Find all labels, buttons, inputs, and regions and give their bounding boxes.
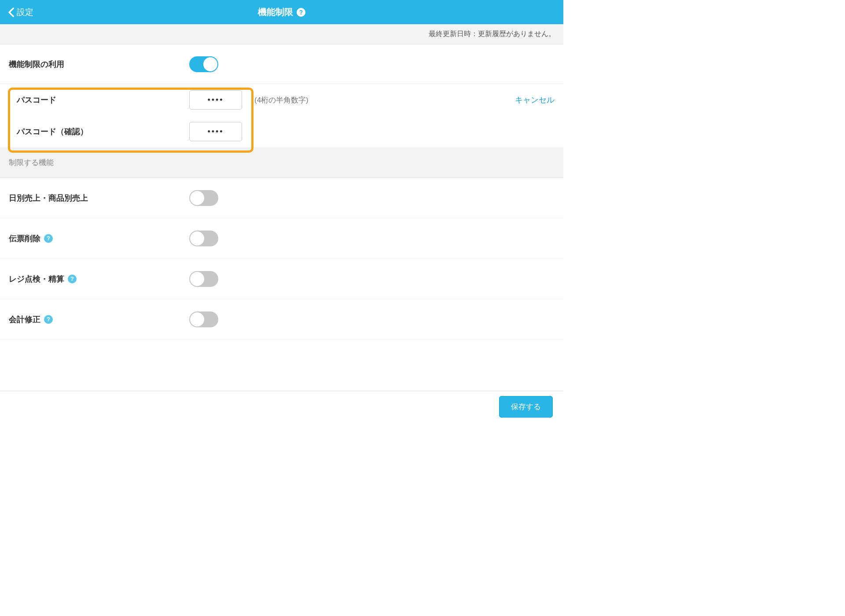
feature-row: 伝票削除? [0,218,563,259]
footer-bar: 保存する [0,391,563,422]
toggle-knob [190,272,204,286]
toggle-knob [190,191,204,205]
feature-label: 伝票削除? [9,233,189,244]
passcode-confirm-input[interactable] [189,122,242,141]
feature-label-text: 伝票削除 [9,233,40,244]
passcode-row: パスコード (4桁の半角数字) キャンセル [0,84,563,116]
toggle-knob [190,312,204,326]
feature-label-text: 日別売上・商品別売上 [9,193,88,203]
usage-label: 機能制限の利用 [9,59,189,70]
feature-label-text: 会計修正 [9,314,40,325]
passcode-confirm-row: パスコード（確認） [0,116,563,147]
passcode-input[interactable] [189,90,242,110]
feature-label: 日別売上・商品別売上 [9,193,189,203]
feature-label: 会計修正? [9,314,189,325]
feature-label: レジ点検・精算? [9,274,189,284]
page-title: 機能制限 [258,6,293,18]
cancel-button[interactable]: キャンセル [515,95,555,105]
help-icon[interactable]: ? [44,234,53,243]
toggle-knob [190,231,204,246]
passcode-section: パスコード (4桁の半角数字) キャンセル パスコード（確認） [0,84,563,148]
feature-row: レジ点検・精算? [0,259,563,299]
usage-row: 機能制限の利用 [0,44,563,84]
feature-toggle[interactable] [189,190,218,206]
back-button[interactable]: 設定 [0,7,33,18]
usage-toggle[interactable] [189,56,218,72]
save-button[interactable]: 保存する [499,396,553,418]
feature-label-text: レジ点検・精算 [9,274,64,284]
feature-toggle[interactable] [189,231,218,246]
help-icon[interactable]: ? [297,8,305,17]
back-label: 設定 [17,7,33,18]
feature-toggle[interactable] [189,312,218,327]
help-icon[interactable]: ? [44,315,53,324]
chevron-left-icon [8,7,14,17]
feature-row: 日別売上・商品別売上 [0,178,563,218]
feature-row: 会計修正? [0,299,563,340]
last-updated-text: 最終更新日時：更新履歴がありません。 [0,24,563,44]
passcode-label: パスコード [17,95,189,105]
passcode-confirm-label: パスコード（確認） [17,126,189,137]
restrict-section-header: 制限する機能 [0,148,563,178]
feature-toggle[interactable] [189,271,218,287]
help-icon[interactable]: ? [68,275,77,283]
app-header: 設定 機能制限 ? [0,0,563,24]
page-title-wrap: 機能制限 ? [258,6,305,18]
toggle-knob [203,57,217,71]
passcode-hint: (4桁の半角数字) [254,95,309,105]
